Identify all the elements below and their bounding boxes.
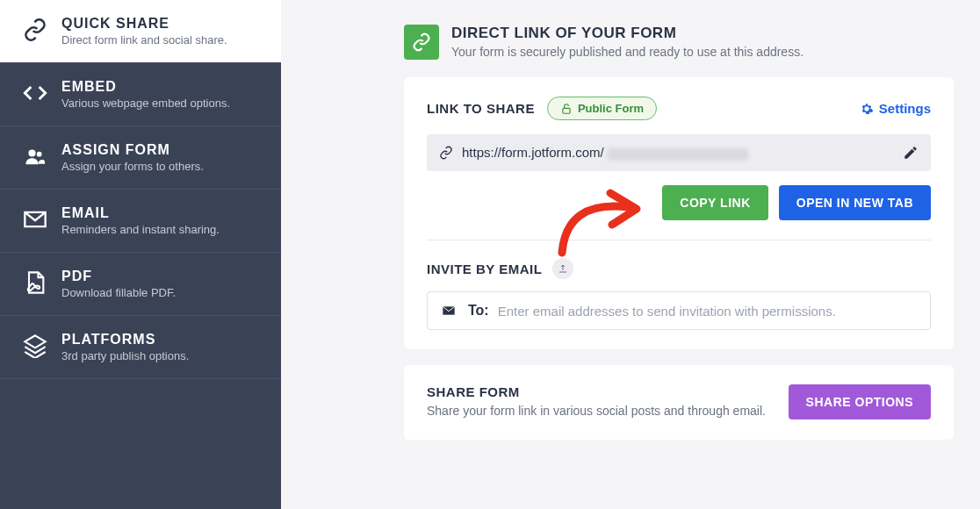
link-to-share-card: LINK TO SHARE Public Form Settings https… <box>404 77 954 349</box>
public-form-badge[interactable]: Public Form <box>547 97 657 120</box>
upload-icon[interactable] <box>552 258 573 279</box>
sidebar-item-desc: Download fillable PDF. <box>61 286 263 299</box>
sidebar-item-desc: 3rd party publish options. <box>61 349 263 362</box>
users-icon <box>18 144 53 168</box>
settings-link[interactable]: Settings <box>860 101 931 116</box>
svg-point-0 <box>28 149 35 156</box>
invite-by-email-title: INVITE BY EMAIL <box>427 262 542 276</box>
pdf-icon <box>18 270 53 295</box>
svg-point-1 <box>37 152 42 157</box>
to-label: To: <box>468 303 489 319</box>
form-url-box: https://form.jotform.com/ <box>427 134 931 171</box>
sidebar-item-assign-form[interactable]: ASSIGN FORM Assign your forms to others. <box>0 126 281 190</box>
layers-icon <box>18 333 53 358</box>
mail-icon <box>440 304 458 318</box>
email-invite-box[interactable]: To: <box>427 291 931 330</box>
link-icon <box>18 18 53 42</box>
sidebar-item-embed[interactable]: EMBED Various webpage embed options. <box>0 63 281 126</box>
sidebar-item-title: EMBED <box>61 79 263 95</box>
mail-icon <box>18 207 53 232</box>
redacted-url-part <box>608 148 748 161</box>
sidebar-item-quick-share[interactable]: QUICK SHARE Direct form link and social … <box>0 0 281 63</box>
sidebar-item-desc: Direct form link and social share. <box>61 33 263 47</box>
edit-icon[interactable] <box>903 145 919 161</box>
link-icon <box>439 146 453 160</box>
sidebar-item-title: PLATFORMS <box>61 332 263 348</box>
share-form-title: SHARE FORM <box>427 384 771 399</box>
sidebar-item-platforms[interactable]: PLATFORMS 3rd party publish options. <box>0 316 281 379</box>
page-title: DIRECT LINK OF YOUR FORM <box>451 25 803 42</box>
share-form-card: SHARE FORM Share your form link in vario… <box>404 365 954 440</box>
badge-label: Public Form <box>578 102 644 115</box>
svg-marker-2 <box>25 335 45 348</box>
page-header: DIRECT LINK OF YOUR FORM Your form is se… <box>404 25 954 60</box>
share-options-button[interactable]: SHARE OPTIONS <box>789 384 931 419</box>
link-to-share-title: LINK TO SHARE <box>427 101 535 116</box>
sidebar-item-desc: Reminders and instant sharing. <box>61 223 263 236</box>
sidebar-item-title: PDF <box>61 269 263 284</box>
settings-label: Settings <box>879 101 931 116</box>
link-icon <box>404 25 439 60</box>
form-url-text: https://form.jotform.com/ <box>462 145 903 160</box>
sidebar-item-title: EMAIL <box>61 205 263 221</box>
sidebar: QUICK SHARE Direct form link and social … <box>0 0 281 509</box>
sidebar-item-email[interactable]: EMAIL Reminders and instant sharing. <box>0 190 281 253</box>
sidebar-item-title: QUICK SHARE <box>61 16 263 32</box>
svg-rect-3 <box>563 108 570 113</box>
sidebar-item-title: ASSIGN FORM <box>61 142 263 158</box>
page-subtitle: Your form is securely published and read… <box>451 45 803 59</box>
sidebar-item-desc: Various webpage embed options. <box>61 97 263 110</box>
email-input[interactable] <box>498 304 918 319</box>
code-icon <box>18 81 53 105</box>
sidebar-item-desc: Assign your forms to others. <box>61 160 263 173</box>
open-new-tab-button[interactable]: OPEN IN NEW TAB <box>779 185 931 220</box>
sidebar-item-pdf[interactable]: PDF Download fillable PDF. <box>0 253 281 316</box>
main-content: DIRECT LINK OF YOUR FORM Your form is se… <box>281 0 980 482</box>
share-form-desc: Share your form link in various social p… <box>427 403 771 420</box>
copy-link-button[interactable]: COPY LINK <box>662 185 767 220</box>
